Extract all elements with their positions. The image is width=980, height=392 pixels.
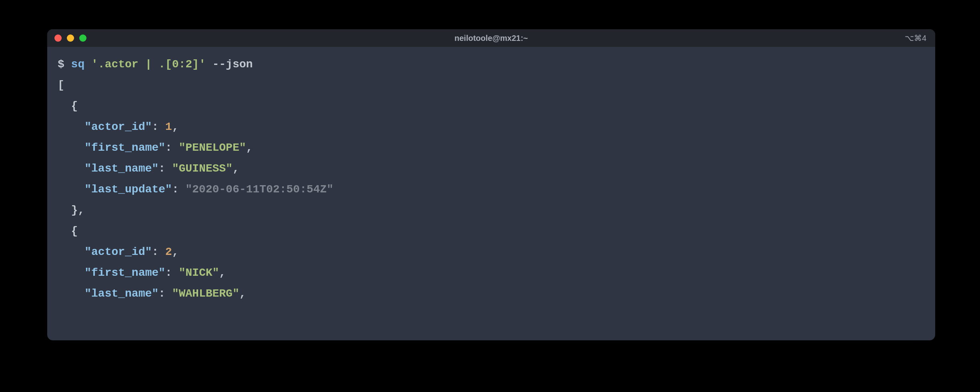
terminal-line: { — [58, 96, 925, 117]
json-value: "PENELOPE" — [179, 141, 246, 154]
terminal-line: "first_name": "PENELOPE", — [58, 137, 925, 158]
zoom-icon[interactable] — [79, 34, 86, 42]
command-name: sq — [71, 58, 85, 71]
json-colon: : — [159, 287, 172, 300]
terminal-line: [ — [58, 75, 925, 96]
json-key: "actor_id" — [84, 246, 152, 258]
json-key: "first_name" — [84, 267, 165, 279]
terminal-line: }, — [58, 200, 925, 221]
json-brace-open: { — [58, 100, 78, 112]
json-comma: , — [172, 121, 179, 133]
terminal-line: "actor_id": 1, — [58, 117, 925, 137]
json-key: "first_name" — [84, 141, 165, 154]
json-colon: : — [165, 267, 179, 279]
terminal-line: { — [58, 221, 925, 242]
prompt-symbol: $ — [58, 58, 71, 71]
json-colon: : — [172, 183, 186, 196]
json-brace-open: { — [58, 225, 78, 237]
terminal-line: "actor_id": 2, — [58, 242, 925, 263]
json-key: "last_update" — [84, 183, 172, 196]
json-key: "last_name" — [84, 287, 159, 300]
command-argument: '.actor | .[0:2]' — [91, 58, 206, 71]
json-colon: : — [159, 162, 172, 175]
terminal-body[interactable]: $ sq '.actor | .[0:2]' --json[ { "actor_… — [47, 47, 935, 340]
terminal-line: $ sq '.actor | .[0:2]' --json — [58, 54, 925, 75]
json-colon: : — [165, 141, 179, 154]
terminal-line: "last_name": "WAHLBERG", — [58, 283, 925, 304]
json-key: "actor_id" — [84, 121, 152, 133]
minimize-icon[interactable] — [67, 34, 74, 42]
json-comma: , — [233, 162, 239, 175]
window-title: neilotoole@mx21:~ — [47, 34, 935, 43]
json-colon: : — [152, 246, 165, 258]
titlebar: neilotoole@mx21:~ ⌥⌘4 — [47, 29, 935, 47]
terminal-line: "last_name": "GUINESS", — [58, 158, 925, 179]
json-value: "WAHLBERG" — [172, 287, 239, 300]
command-flag: --json — [213, 58, 253, 71]
terminal-window: neilotoole@mx21:~ ⌥⌘4 $ sq '.actor | .[0… — [47, 29, 935, 340]
json-open-bracket: [ — [58, 79, 64, 91]
json-comma: , — [246, 141, 253, 154]
json-value: "GUINESS" — [172, 162, 233, 175]
json-comma: , — [219, 267, 226, 279]
json-colon: : — [152, 121, 165, 133]
close-icon[interactable] — [54, 34, 62, 42]
json-value: 1 — [165, 121, 172, 133]
json-value: "2020-06-11T02:50:54Z" — [185, 183, 333, 196]
json-key: "last_name" — [84, 162, 159, 175]
traffic-lights — [54, 34, 86, 42]
json-brace-close: }, — [58, 204, 84, 216]
terminal-line: "last_update": "2020-06-11T02:50:54Z" — [58, 179, 925, 200]
terminal-line: "first_name": "NICK", — [58, 263, 925, 283]
json-value: "NICK" — [179, 267, 219, 279]
json-comma: , — [239, 287, 246, 300]
json-value: 2 — [165, 246, 172, 258]
shortcut-hint: ⌥⌘4 — [905, 33, 926, 43]
json-comma: , — [172, 246, 179, 258]
